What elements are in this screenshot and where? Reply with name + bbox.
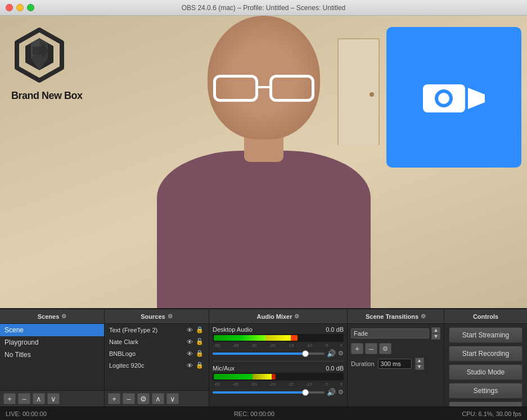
transitions-header-label: Scene Transitions: [366, 313, 418, 320]
sources-remove-button[interactable]: –: [123, 393, 135, 404]
sources-settings-button[interactable]: ⚙: [137, 393, 150, 404]
audio-mic-name: Mic/Aux: [213, 365, 235, 372]
studio-mode-button[interactable]: Studio Mode: [449, 364, 523, 380]
duration-up-arrow[interactable]: ▲: [415, 358, 424, 364]
source-lock-icon-text[interactable]: 🔒: [195, 326, 204, 334]
audio-header-icon[interactable]: ⚙: [294, 313, 299, 319]
sources-add-button[interactable]: +: [108, 393, 120, 404]
glasses-right-lens: [269, 75, 314, 102]
rec-status: REC: 00:00:00: [234, 410, 274, 417]
start-streaming-button[interactable]: Start Streaming: [449, 327, 523, 343]
audio-panel: Desktop Audio 0.0 dB: [209, 324, 348, 407]
controls-header-label: Controls: [473, 313, 498, 320]
audio-mic-settings-button[interactable]: ⚙: [338, 389, 344, 396]
source-icons-nate: 👁 🔓: [186, 337, 204, 346]
person-body: [157, 151, 371, 308]
audio-mic-mute-button[interactable]: 🔊: [327, 388, 336, 396]
audio-desktop-controls: 🔊 ⚙: [213, 349, 344, 358]
scenes-panel: Scene Playground No Titles + – ∧ ∨: [0, 324, 105, 407]
panel-headers-row: Scenes ⚙ Sources ⚙ Audio Mixer ⚙ Scene T…: [0, 309, 527, 324]
source-icons-text: 👁 🔒: [186, 326, 204, 334]
audio-desktop-volume-slider[interactable]: [213, 353, 325, 355]
start-recording-button[interactable]: Start Recording: [449, 346, 523, 362]
controls-panel: Start Streaming Start Recording Studio M…: [444, 324, 527, 407]
scenes-header-icon[interactable]: ⚙: [61, 313, 66, 319]
scenes-down-button[interactable]: ∨: [47, 393, 60, 404]
titlebar: OBS 24.0.6 (mac) – Profile: Untitled – S…: [0, 0, 527, 16]
audio-mic-volume-slider[interactable]: [213, 391, 325, 394]
maximize-button[interactable]: [27, 4, 34, 11]
sources-panel-header: Sources ⚙: [105, 309, 209, 323]
duration-down-arrow[interactable]: ▼: [415, 364, 424, 370]
preview-area: Brand New Box: [0, 16, 527, 308]
source-name-text: Text (FreeType 2): [109, 327, 186, 333]
panel-content-row: Scene Playground No Titles + – ∧ ∨ Text …: [0, 324, 527, 407]
window-title: OBS 24.0.6 (mac) – Profile: Untitled – S…: [182, 4, 345, 12]
bnb-logo-overlay: Brand New Box: [11, 27, 83, 102]
sources-header-icon[interactable]: ⚙: [168, 313, 173, 319]
transition-down-arrow[interactable]: ▼: [431, 333, 440, 340]
source-item-bnblogo[interactable]: BNBLogo 👁 🔒: [105, 347, 209, 359]
audio-desktop-meter-labels: -60 -45 -30 -20 -15 -10 -5 0: [213, 343, 344, 348]
duration-input[interactable]: [378, 359, 412, 369]
source-lock-icon-logitec[interactable]: 🔒: [195, 361, 204, 369]
source-item-text[interactable]: Text (FreeType 2) 👁 🔒: [105, 324, 209, 336]
scenes-panel-header: Scenes ⚙: [0, 309, 105, 323]
sources-panel: Text (FreeType 2) 👁 🔒 Nate Clark 👁 🔓 BNB…: [105, 324, 209, 407]
scenes-up-button[interactable]: ∧: [33, 393, 45, 404]
transition-up-arrow[interactable]: ▲: [431, 327, 440, 333]
audio-channel-desktop: Desktop Audio 0.0 dB: [213, 326, 344, 358]
source-lock-icon-nate[interactable]: 🔓: [195, 337, 204, 346]
audio-desktop-meter: [213, 334, 344, 342]
transition-settings-button[interactable]: ⚙: [379, 343, 391, 354]
source-name-bnblogo: BNBLogo: [109, 350, 186, 357]
source-eye-icon-nate[interactable]: 👁: [186, 338, 193, 346]
source-eye-icon-bnblogo[interactable]: 👁: [186, 350, 193, 358]
scenes-remove-button[interactable]: –: [18, 393, 30, 404]
source-lock-icon-bnblogo[interactable]: 🔒: [195, 349, 204, 358]
transition-select-row: Fade Cut Swipe Slide Stinger Fade to Col…: [351, 327, 440, 340]
audio-mic-header: Mic/Aux 0.0 dB: [213, 365, 344, 372]
cpu-status: CPU: 6.1%, 30.00 fps: [462, 410, 521, 417]
duration-arrows: ▲ ▼: [415, 358, 424, 370]
close-button[interactable]: [6, 4, 13, 11]
glasses-left-lens: [213, 75, 258, 102]
sources-down-button[interactable]: ∨: [166, 393, 179, 404]
scene-item-playground[interactable]: Playground: [0, 336, 104, 349]
transitions-header-icon[interactable]: ⚙: [421, 313, 426, 319]
scenes-add-button[interactable]: +: [3, 393, 16, 404]
window-controls[interactable]: [6, 4, 34, 11]
audio-mic-controls: 🔊 ⚙: [213, 388, 344, 396]
zoom-overlay: [386, 27, 521, 168]
audio-desktop-settings-button[interactable]: ⚙: [338, 350, 344, 357]
zoom-camera-icon: [420, 78, 488, 117]
audio-mic-meter: [213, 373, 344, 381]
scenes-header-label: Scenes: [38, 313, 60, 320]
transition-type-select[interactable]: Fade Cut Swipe Slide Stinger Fade to Col…: [351, 328, 429, 338]
transitions-panel: Fade Cut Swipe Slide Stinger Fade to Col…: [348, 324, 444, 407]
live-status: LIVE: 00:00:00: [6, 410, 47, 417]
transition-add-button[interactable]: +: [351, 343, 363, 354]
svg-marker-7: [468, 88, 485, 109]
sources-up-button[interactable]: ∧: [152, 393, 164, 404]
audio-desktop-mute-button[interactable]: 🔊: [327, 349, 336, 358]
status-bar: LIVE: 00:00:00 REC: 00:00:00 CPU: 6.1%, …: [0, 407, 527, 420]
source-eye-icon-logitec[interactable]: 👁: [186, 362, 193, 369]
source-eye-icon-text[interactable]: 👁: [186, 326, 193, 334]
audio-mic-db: 0.0 dB: [326, 365, 344, 372]
scene-item-scene[interactable]: Scene: [0, 324, 104, 336]
sources-toolbar: + – ⚙ ∧ ∨: [105, 390, 209, 407]
source-icons-bnblogo: 👁 🔒: [186, 349, 204, 358]
source-name-logitec: Logitec 920c: [109, 362, 186, 369]
settings-button[interactable]: Settings: [449, 383, 523, 399]
scene-item-no-titles[interactable]: No Titles: [0, 349, 104, 361]
audio-desktop-db: 0.0 dB: [326, 326, 344, 333]
svg-point-6: [438, 93, 449, 104]
scenes-list: Scene Playground No Titles: [0, 324, 104, 390]
transition-remove-button[interactable]: –: [365, 343, 377, 354]
minimize-button[interactable]: [16, 4, 24, 11]
sources-list: Text (FreeType 2) 👁 🔒 Nate Clark 👁 🔓 BNB…: [105, 324, 209, 390]
source-item-nate[interactable]: Nate Clark 👁 🔓: [105, 336, 209, 347]
source-item-logitec[interactable]: Logitec 920c 👁 🔒: [105, 359, 209, 371]
glasses-bridge: [258, 86, 269, 88]
